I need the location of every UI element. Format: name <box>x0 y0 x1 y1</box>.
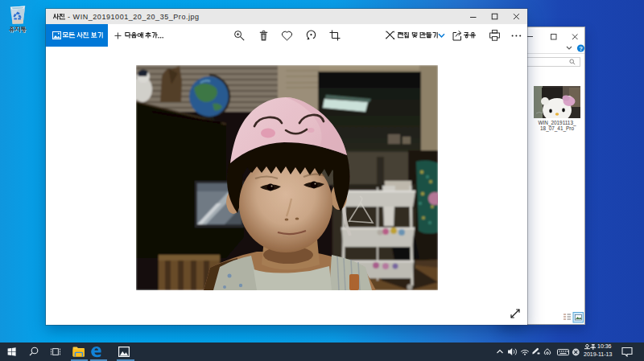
svg-text:?: ? <box>579 45 583 52</box>
